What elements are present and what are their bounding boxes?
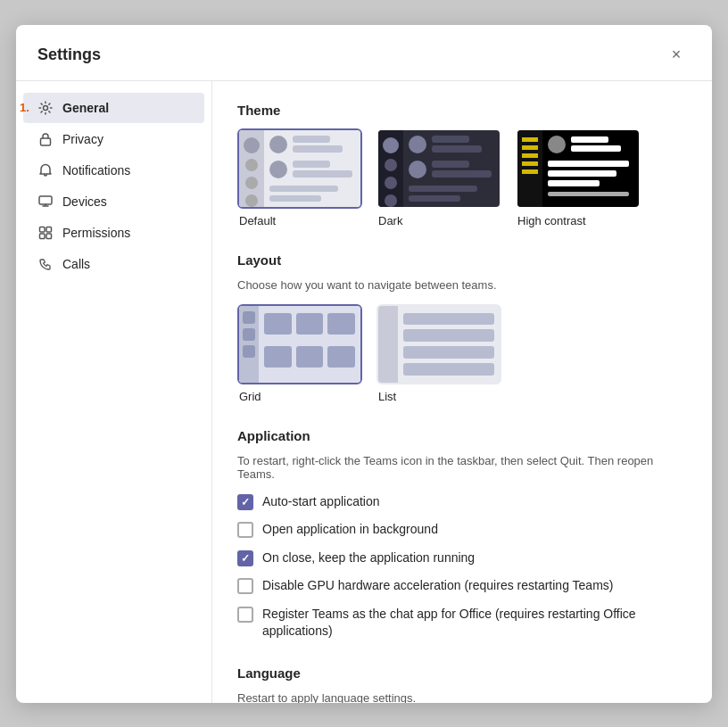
theme-section: Theme — [237, 103, 687, 227]
theme-option-high-contrast[interactable]: High contrast — [516, 128, 641, 227]
checkbox-disable-gpu: Disable GPU hardware acceleration (requi… — [237, 577, 687, 595]
checkbox-autostart: Auto-start application — [237, 493, 687, 511]
sidebar-item-label-privacy: Privacy — [62, 132, 103, 146]
sidebar-item-number: 1. — [20, 101, 29, 114]
sidebar-item-label-devices: Devices — [62, 194, 107, 209]
checkbox-disable-gpu-box[interactable] — [237, 578, 253, 594]
svg-rect-2 — [39, 196, 52, 204]
svg-point-0 — [44, 105, 48, 110]
sidebar-item-permissions[interactable]: Permissions — [23, 218, 204, 248]
theme-preview-default — [237, 128, 362, 209]
theme-label-default: Default — [239, 214, 276, 227]
checkbox-background-box[interactable] — [237, 522, 253, 538]
layout-label-list: List — [378, 390, 396, 403]
checkbox-register-chat-box[interactable] — [237, 607, 253, 623]
grid-icon — [37, 225, 54, 241]
language-subtitle: Restart to apply language settings. — [237, 691, 687, 702]
sidebar-item-notifications[interactable]: Notifications — [23, 155, 204, 186]
svg-rect-5 — [40, 234, 46, 239]
application-title: Application — [237, 428, 687, 443]
checkbox-background: Open application in background — [237, 521, 687, 539]
layout-option-list[interactable]: List — [376, 304, 501, 403]
application-instruction: To restart, right-click the Teams icon i… — [237, 454, 687, 481]
lock-icon — [37, 131, 54, 147]
close-button[interactable]: × — [662, 41, 691, 70]
checkbox-autostart-label: Auto-start application — [262, 493, 380, 511]
application-section: Application To restart, right-click the … — [237, 428, 687, 641]
sidebar-item-devices[interactable]: Devices — [23, 186, 204, 217]
modal-body: 1. General — [16, 81, 712, 703]
svg-rect-1 — [41, 138, 51, 145]
sidebar-item-general[interactable]: 1. General — [23, 93, 204, 123]
checkbox-keep-running-label: On close, keep the application running — [262, 549, 475, 567]
checkbox-background-label: Open application in background — [262, 521, 438, 539]
svg-rect-4 — [46, 227, 52, 232]
sidebar: 1. General — [16, 81, 212, 703]
theme-option-dark[interactable]: Dark — [376, 128, 501, 227]
modal-header: Settings × — [16, 25, 712, 81]
sidebar-item-privacy[interactable]: Privacy — [23, 124, 204, 154]
layout-section: Layout Choose how you want to navigate b… — [237, 252, 687, 403]
layout-subtitle: Choose how you want to navigate between … — [237, 278, 687, 292]
theme-label-dark: Dark — [378, 214, 402, 227]
bell-icon — [37, 162, 54, 178]
monitor-icon — [37, 194, 54, 210]
sidebar-item-label-general: General — [62, 101, 109, 115]
checkbox-keep-running: On close, keep the application running — [237, 549, 687, 567]
theme-preview-dark — [376, 128, 501, 209]
language-title: Language — [237, 665, 687, 681]
sidebar-item-label-calls: Calls — [62, 257, 90, 271]
modal-overlay: Settings × 1. General — [0, 0, 728, 727]
settings-modal: Settings × 1. General — [16, 25, 712, 703]
theme-preview-hc — [516, 128, 641, 209]
sidebar-item-label-notifications: Notifications — [62, 163, 130, 178]
language-section: Language Restart to apply language setti… — [237, 665, 687, 702]
checkbox-register-chat: Register Teams as the chat app for Offic… — [237, 606, 687, 640]
layout-option-grid[interactable]: Grid — [237, 304, 362, 403]
layout-title: Layout — [237, 252, 687, 268]
svg-rect-3 — [40, 227, 46, 232]
gear-icon — [37, 100, 54, 116]
layout-preview-list — [376, 304, 501, 384]
layout-options: Grid — [237, 304, 687, 403]
theme-label-hc: High contrast — [517, 214, 586, 227]
modal-title: Settings — [37, 45, 101, 64]
sidebar-item-label-permissions: Permissions — [62, 226, 130, 240]
sidebar-item-calls[interactable]: Calls — [23, 249, 204, 279]
layout-label-grid: Grid — [239, 390, 261, 403]
checkbox-disable-gpu-label: Disable GPU hardware acceleration (requi… — [262, 577, 613, 595]
svg-rect-6 — [46, 234, 52, 239]
checkbox-autostart-box[interactable] — [237, 494, 253, 510]
theme-options: Default — [237, 128, 687, 227]
checkbox-register-chat-label: Register Teams as the chat app for Offic… — [262, 606, 687, 640]
phone-icon — [37, 256, 54, 272]
settings-content: Theme — [212, 81, 712, 703]
theme-title: Theme — [237, 103, 687, 118]
theme-option-default[interactable]: Default — [237, 128, 362, 227]
layout-preview-grid — [237, 304, 362, 384]
checkbox-keep-running-box[interactable] — [237, 550, 253, 566]
